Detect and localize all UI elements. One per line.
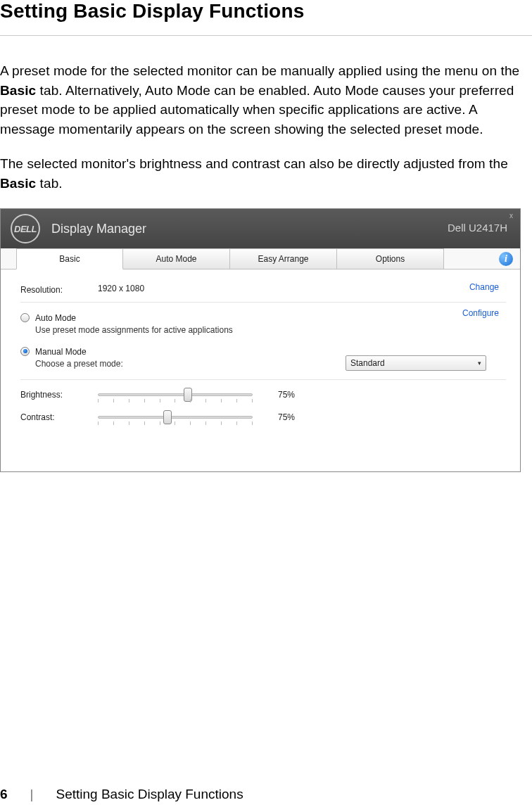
tab-easy-arrange[interactable]: Easy Arrange xyxy=(230,248,337,269)
monitor-model: Dell U2417H xyxy=(448,222,507,234)
p2-post: tab. xyxy=(36,176,62,191)
brightness-track xyxy=(98,393,253,396)
brightness-ticks xyxy=(98,399,253,405)
p1-pre: A preset mode for the selected monitor c… xyxy=(0,63,519,78)
info-icon[interactable]: i xyxy=(499,252,513,266)
manual-mode-sub: Choose a preset mode: xyxy=(35,358,123,370)
resolution-value: 1920 x 1080 xyxy=(98,284,506,293)
close-icon[interactable]: x xyxy=(509,212,513,220)
page-footer: 6 | Setting Basic Display Functions xyxy=(0,787,243,802)
brightness-label: Brightness: xyxy=(20,390,98,400)
footer-separator: | xyxy=(30,787,34,802)
manual-mode-radio[interactable] xyxy=(20,347,30,356)
contrast-ticks xyxy=(98,421,253,427)
contrast-slider[interactable] xyxy=(98,416,253,419)
p1-bold: Basic xyxy=(0,83,36,98)
manual-mode-title: Manual Mode xyxy=(35,346,123,358)
tab-options[interactable]: Options xyxy=(337,248,444,269)
resolution-row: Resolution: 1920 x 1080 Change xyxy=(20,277,506,303)
p1-post: tab. Alternatively, Auto Mode can be ena… xyxy=(0,83,514,137)
app-title: Display Manager xyxy=(51,222,146,236)
auto-mode-title: Auto Mode xyxy=(35,312,233,324)
display-manager-window: DELL Display Manager Dell U2417H x Basic… xyxy=(0,208,521,472)
p2-pre: The selected monitor's brightness and co… xyxy=(0,156,508,171)
tab-auto-mode[interactable]: Auto Mode xyxy=(123,248,230,269)
dell-logo-icon: DELL xyxy=(11,214,40,243)
auto-mode-sub: Use preset mode assignments for active a… xyxy=(35,324,233,336)
brightness-value: 75% xyxy=(278,390,313,400)
auto-mode-radio[interactable] xyxy=(20,313,30,322)
page-title: Setting Basic Display Functions xyxy=(0,0,532,35)
body-paragraph-1: A preset mode for the selected monitor c… xyxy=(0,61,532,139)
mode-row: Auto Mode Use preset mode assignments fo… xyxy=(20,303,506,380)
preset-mode-select[interactable]: Standard ▾ xyxy=(346,355,486,371)
tab-basic[interactable]: Basic xyxy=(16,248,123,269)
preset-value: Standard xyxy=(350,358,385,368)
brightness-row: Brightness: 75% xyxy=(20,380,506,405)
change-link[interactable]: Change xyxy=(469,282,499,292)
title-rule xyxy=(0,35,532,36)
page-number: 6 xyxy=(0,787,8,802)
body-paragraph-2: The selected monitor's brightness and co… xyxy=(0,154,532,193)
contrast-track xyxy=(98,416,253,419)
auto-mode-option[interactable]: Auto Mode Use preset mode assignments fo… xyxy=(20,312,506,336)
brightness-slider[interactable] xyxy=(98,393,253,396)
contrast-row: Contrast: 75% xyxy=(20,405,506,450)
p2-bold: Basic xyxy=(0,176,36,191)
configure-link[interactable]: Configure xyxy=(462,308,499,318)
auto-mode-text: Auto Mode Use preset mode assignments fo… xyxy=(35,312,233,336)
app-body: Resolution: 1920 x 1080 Change Auto Mode… xyxy=(1,269,520,471)
resolution-label: Resolution: xyxy=(20,284,98,295)
chevron-down-icon: ▾ xyxy=(478,360,481,367)
manual-mode-text: Manual Mode Choose a preset mode: xyxy=(35,346,123,370)
window-header: DELL Display Manager Dell U2417H x xyxy=(1,209,520,248)
tab-row: Basic Auto Mode Easy Arrange Options i xyxy=(1,248,520,269)
contrast-label: Contrast: xyxy=(20,412,98,422)
contrast-value: 75% xyxy=(278,412,313,422)
footer-text: Setting Basic Display Functions xyxy=(56,787,243,802)
